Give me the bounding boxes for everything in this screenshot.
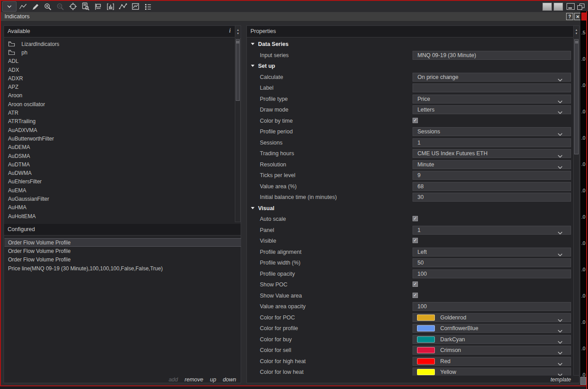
down-button[interactable]: down (223, 377, 236, 383)
available-indicator-item[interactable]: AuEhlersFilter (4, 178, 235, 186)
color-swatch (417, 347, 435, 353)
chevron-down-icon (558, 155, 563, 158)
property-checkbox[interactable]: ✓ (413, 118, 418, 123)
available-item-label: AuDWMA (8, 170, 32, 176)
minimize-button[interactable] (567, 3, 575, 10)
property-select[interactable]: On price change (413, 73, 571, 82)
list-view-icon[interactable] (142, 2, 154, 12)
available-indicator-item[interactable]: AuGaussianFilter (4, 194, 235, 203)
property-label: Panel (260, 227, 274, 233)
template-link[interactable]: template (550, 377, 571, 383)
price-axis-label: .5 (581, 30, 585, 35)
property-select[interactable]: Letters (413, 105, 571, 114)
property-label: Visible (260, 238, 276, 244)
property-text-input[interactable]: MNQ 09-19 (30 Minute) (413, 51, 571, 60)
available-indicator-item[interactable]: ATRTrailing (4, 117, 235, 126)
color-swatch (417, 336, 435, 343)
configured-item[interactable]: Order Flow Volume Profile (4, 256, 241, 264)
zoom-in-icon[interactable] (42, 2, 54, 12)
section-collapse-icon[interactable] (251, 43, 254, 45)
maximize-restore-button[interactable] (577, 4, 584, 10)
info-icon[interactable]: i (229, 27, 231, 34)
available-folder-item[interactable]: LizardIndicators (4, 40, 235, 48)
property-select[interactable]: Minute (413, 160, 571, 169)
chevron-down-icon (558, 232, 563, 235)
property-color-select[interactable]: CornflowerBlue (413, 324, 571, 333)
configured-item[interactable]: Price line(MNQ 09-19 (30 Minute),100,100… (4, 264, 241, 273)
property-text-input[interactable]: 9 (413, 171, 571, 180)
property-color-select[interactable]: Yellow (413, 368, 571, 376)
indicators-window: Indicators ? ✕ Available i ▲▼ LizardIndi… (0, 0, 588, 389)
available-indicator-item[interactable]: AuHMA (4, 203, 235, 212)
available-indicator-item[interactable]: AuEMA (4, 186, 235, 194)
chevron-down-icon (558, 352, 563, 355)
available-indicator-item[interactable]: Aroon (4, 91, 235, 100)
property-checkbox[interactable]: ✓ (413, 216, 418, 221)
crosshair-icon[interactable] (67, 2, 79, 12)
property-text-input[interactable]: 30 (413, 193, 571, 202)
properties-scrollbar[interactable] (573, 38, 580, 376)
panel-button-1[interactable] (542, 3, 552, 11)
property-color-select[interactable]: Goldenrod (413, 313, 571, 322)
chart-report-icon[interactable] (79, 2, 92, 12)
configured-item[interactable]: Order Flow Volume Profile (4, 238, 241, 247)
remove-button[interactable]: remove (185, 377, 204, 383)
property-select[interactable]: CME US Index Futures ETH (413, 149, 571, 158)
property-checkbox[interactable]: ✓ (413, 238, 418, 243)
dropdown-chevron-icon[interactable] (2, 1, 17, 12)
available-folder-item[interactable]: ph (4, 48, 235, 57)
price-axis-scroll-button[interactable] (580, 377, 586, 385)
property-select[interactable]: Sessions (413, 127, 571, 136)
property-text-input[interactable]: 68 (413, 182, 571, 191)
available-scrollbar[interactable] (235, 38, 241, 222)
property-color-select[interactable]: DarkCyan (413, 335, 571, 344)
property-checkbox[interactable]: ✓ (413, 281, 418, 287)
available-indicator-item[interactable]: Aroon oscillator (4, 100, 235, 108)
property-color-select[interactable]: Red (413, 357, 571, 366)
property-checkbox[interactable]: ✓ (413, 293, 418, 298)
dialog-titlebar[interactable]: Indicators ? ✕ (1, 12, 580, 21)
trend-line-icon[interactable] (17, 2, 29, 12)
panel-button-2[interactable] (554, 3, 563, 11)
available-scrollbar-thumb[interactable] (236, 39, 240, 101)
available-indicator-item[interactable]: ADXR (4, 74, 235, 83)
help-button[interactable]: ? (566, 13, 573, 20)
chart-box-icon[interactable] (129, 2, 142, 12)
property-select[interactable]: 1 (413, 226, 571, 235)
section-collapse-icon[interactable] (251, 65, 254, 67)
property-text-input[interactable] (413, 83, 571, 92)
property-text-input[interactable]: 1 (413, 138, 571, 147)
bar-chart-icon[interactable] (104, 2, 117, 12)
checkmark-icon: ✓ (413, 293, 417, 298)
available-indicator-item[interactable]: AuDWMA (4, 169, 235, 177)
section-collapse-icon[interactable] (251, 207, 254, 209)
available-indicator-item[interactable]: AuDTMA (4, 160, 235, 169)
property-label: Resolution (260, 161, 286, 168)
property-text-input[interactable]: 50 (413, 258, 571, 267)
available-indicator-item[interactable]: ATR (4, 108, 235, 117)
up-button[interactable]: up (210, 377, 216, 383)
available-indicator-item[interactable]: AuHoltEMA (4, 212, 235, 220)
pencil-icon[interactable] (29, 2, 42, 12)
properties-header-spinner[interactable]: ▲▼ (573, 26, 579, 37)
property-select[interactable]: Price (413, 95, 571, 103)
available-header-spinner[interactable]: ▲▼ (235, 26, 241, 37)
available-indicator-item[interactable]: ADL (4, 57, 235, 66)
available-indicator-item[interactable]: AuADXVMA (4, 126, 235, 134)
property-text-input[interactable]: 100 (413, 302, 571, 311)
properties-scrollbar-thumb[interactable] (574, 39, 579, 154)
configured-item[interactable]: Order Flow Volume Profile (4, 247, 241, 255)
available-indicator-item[interactable]: ADX (4, 66, 235, 74)
polyline-icon[interactable] (117, 2, 129, 12)
available-indicator-item[interactable]: AuDSMA (4, 152, 235, 160)
property-value: 100 (413, 303, 427, 310)
price-marker-icon[interactable] (92, 2, 104, 12)
available-indicator-item[interactable]: APZ (4, 83, 235, 91)
property-color-select[interactable]: Crimson (413, 346, 571, 355)
property-label: Color for high heat (260, 358, 306, 364)
available-indicator-item[interactable]: AuButterworthFilter (4, 134, 235, 143)
available-indicator-item[interactable]: AuDEMA (4, 143, 235, 152)
property-select[interactable]: Left (413, 248, 571, 257)
available-item-label: Aroon oscillator (8, 101, 45, 108)
property-text-input[interactable]: 100 (413, 269, 571, 278)
